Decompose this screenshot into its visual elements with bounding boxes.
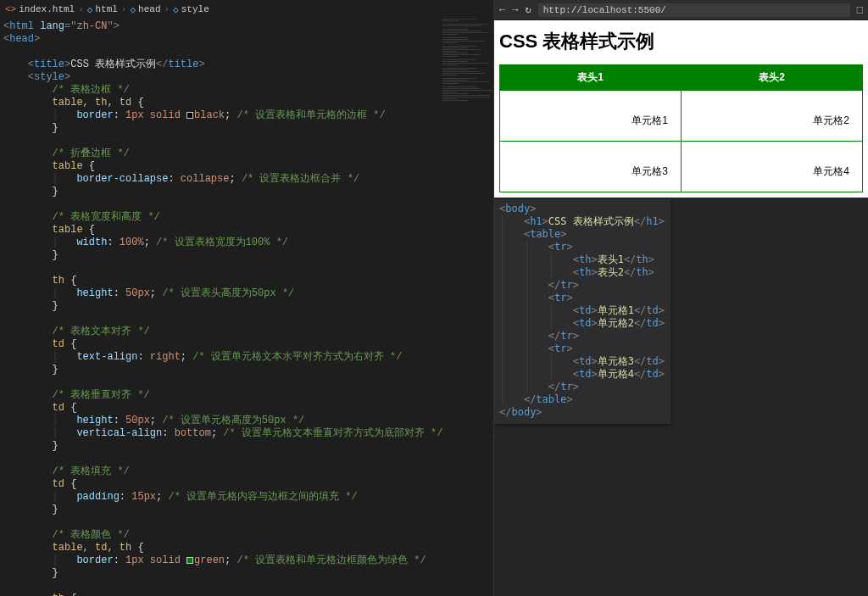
breadcrumb-item[interactable]: html	[95, 4, 117, 14]
rendered-page: CSS 表格样式示例 表头1 表头2 单元格1 单元格2 单元格3 单元格4	[494, 20, 868, 198]
editor-pane: <> index.html › ◇ html › ◇ head › ◇ styl…	[0, 0, 494, 596]
breadcrumb-file[interactable]: index.html	[19, 4, 75, 14]
table-cell: 单元格2	[682, 91, 863, 142]
table-header: 表头2	[682, 65, 863, 91]
table-row: 单元格3 单元格4	[500, 142, 863, 192]
browser-toolbar: ← → ↻ http://localhost:5500/ ⬚	[494, 0, 868, 20]
page-title: CSS 表格样式示例	[499, 29, 863, 54]
element-icon: ◇	[87, 4, 93, 15]
forward-button[interactable]: →	[512, 4, 518, 16]
breadcrumb-item[interactable]: style	[181, 4, 209, 14]
preview-pane: ← → ↻ http://localhost:5500/ ⬚ CSS 表格样式示…	[494, 0, 868, 596]
chevron-right-icon: ›	[78, 4, 84, 14]
file-icon: <>	[5, 4, 16, 14]
chevron-right-icon: ›	[121, 4, 127, 14]
table-cell: 单元格4	[682, 142, 863, 192]
table-cell: 单元格3	[500, 142, 682, 192]
back-button[interactable]: ←	[499, 4, 505, 16]
element-icon: ◇	[130, 4, 136, 15]
breadcrumb[interactable]: <> index.html › ◇ html › ◇ head › ◇ styl…	[0, 0, 493, 19]
table-row: 单元格1 单元格2	[500, 91, 863, 142]
open-external-icon[interactable]: ⬚	[857, 3, 863, 16]
url-input[interactable]: http://localhost:5500/	[538, 3, 850, 17]
devtools-elements-panel[interactable]: <body> │ <h1>CSS 表格样式示例</h1> │ <table> │…	[494, 199, 670, 424]
table-cell: 单元格1	[500, 91, 682, 142]
code-editor[interactable]: <html lang="zh-CN"> <head> <title>CSS 表格…	[0, 19, 493, 596]
reload-button[interactable]: ↻	[525, 3, 531, 16]
table-row: 表头1 表头2	[500, 65, 863, 91]
chevron-right-icon: ›	[164, 4, 170, 14]
element-icon: ◇	[173, 4, 179, 15]
preview-table: 表头1 表头2 单元格1 单元格2 单元格3 单元格4	[499, 64, 863, 192]
breadcrumb-item[interactable]: head	[138, 4, 160, 14]
table-header: 表头1	[500, 65, 682, 91]
